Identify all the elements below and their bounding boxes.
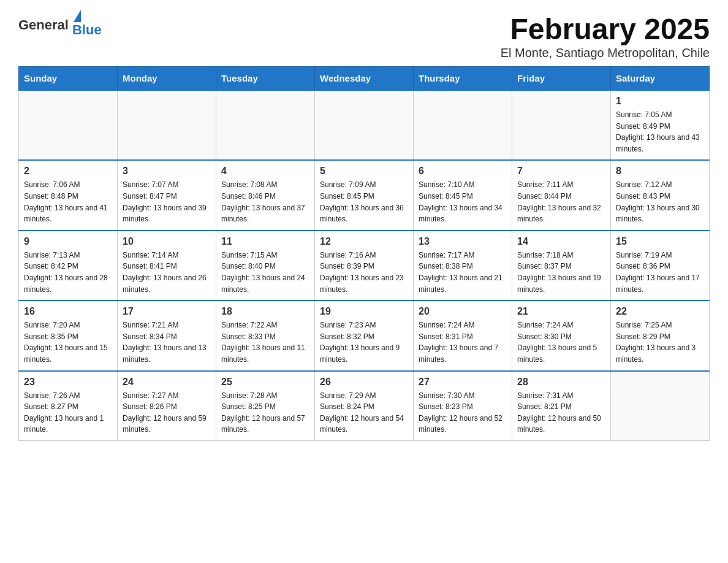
calendar-cell: 17Sunrise: 7:21 AM Sunset: 8:34 PM Dayli… xyxy=(118,301,216,370)
calendar-cell: 15Sunrise: 7:19 AM Sunset: 8:36 PM Dayli… xyxy=(611,231,710,301)
calendar-cell xyxy=(118,90,216,160)
day-number: 22 xyxy=(616,306,704,317)
calendar-week-1: 1Sunrise: 7:05 AM Sunset: 8:49 PM Daylig… xyxy=(19,90,710,160)
calendar-cell: 24Sunrise: 7:27 AM Sunset: 8:26 PM Dayli… xyxy=(118,371,216,441)
calendar-header-row: SundayMondayTuesdayWednesdayThursdayFrid… xyxy=(19,67,710,91)
day-info: Sunrise: 7:13 AM Sunset: 8:42 PM Dayligh… xyxy=(24,250,112,295)
logo-text-blue: Blue xyxy=(72,22,102,38)
calendar-cell: 20Sunrise: 7:24 AM Sunset: 8:31 PM Dayli… xyxy=(414,301,512,370)
day-info: Sunrise: 7:28 AM Sunset: 8:25 PM Dayligh… xyxy=(221,390,309,435)
day-number: 26 xyxy=(320,377,408,388)
day-info: Sunrise: 7:29 AM Sunset: 8:24 PM Dayligh… xyxy=(320,390,408,435)
day-info: Sunrise: 7:05 AM Sunset: 8:49 PM Dayligh… xyxy=(616,109,704,155)
day-number: 20 xyxy=(419,306,507,317)
day-info: Sunrise: 7:24 AM Sunset: 8:30 PM Dayligh… xyxy=(517,320,605,365)
calendar-cell: 6Sunrise: 7:10 AM Sunset: 8:45 PM Daylig… xyxy=(414,160,512,230)
calendar-cell xyxy=(512,90,611,160)
day-number: 7 xyxy=(517,166,605,177)
day-number: 10 xyxy=(123,236,211,247)
day-info: Sunrise: 7:07 AM Sunset: 8:47 PM Dayligh… xyxy=(123,179,211,224)
day-number: 13 xyxy=(419,236,507,247)
day-number: 27 xyxy=(419,377,507,388)
day-info: Sunrise: 7:09 AM Sunset: 8:45 PM Dayligh… xyxy=(320,179,408,224)
day-info: Sunrise: 7:20 AM Sunset: 8:35 PM Dayligh… xyxy=(24,320,112,365)
day-info: Sunrise: 7:26 AM Sunset: 8:27 PM Dayligh… xyxy=(24,390,112,435)
day-info: Sunrise: 7:10 AM Sunset: 8:45 PM Dayligh… xyxy=(419,179,507,224)
day-number: 2 xyxy=(24,166,112,177)
calendar-cell: 23Sunrise: 7:26 AM Sunset: 8:27 PM Dayli… xyxy=(19,371,118,441)
day-number: 4 xyxy=(221,166,309,177)
day-number: 14 xyxy=(517,236,605,247)
calendar-week-4: 16Sunrise: 7:20 AM Sunset: 8:35 PM Dayli… xyxy=(19,301,710,370)
day-number: 3 xyxy=(123,166,211,177)
day-info: Sunrise: 7:25 AM Sunset: 8:29 PM Dayligh… xyxy=(616,320,704,365)
logo-text-general: General xyxy=(18,17,69,33)
calendar-cell: 18Sunrise: 7:22 AM Sunset: 8:33 PM Dayli… xyxy=(216,301,315,370)
day-info: Sunrise: 7:06 AM Sunset: 8:48 PM Dayligh… xyxy=(24,179,112,224)
calendar-cell: 11Sunrise: 7:15 AM Sunset: 8:40 PM Dayli… xyxy=(216,231,315,301)
calendar-cell: 14Sunrise: 7:18 AM Sunset: 8:37 PM Dayli… xyxy=(512,231,611,301)
calendar-cell: 13Sunrise: 7:17 AM Sunset: 8:38 PM Dayli… xyxy=(414,231,512,301)
day-number: 23 xyxy=(24,377,112,388)
calendar-cell: 5Sunrise: 7:09 AM Sunset: 8:45 PM Daylig… xyxy=(315,160,414,230)
calendar-table: SundayMondayTuesdayWednesdayThursdayFrid… xyxy=(18,66,710,441)
day-info: Sunrise: 7:24 AM Sunset: 8:31 PM Dayligh… xyxy=(419,320,507,365)
calendar-cell: 21Sunrise: 7:24 AM Sunset: 8:30 PM Dayli… xyxy=(512,301,611,370)
day-number: 28 xyxy=(517,377,605,388)
calendar-cell xyxy=(19,90,118,160)
calendar-cell xyxy=(315,90,414,160)
col-header-saturday: Saturday xyxy=(611,67,710,91)
calendar-week-2: 2Sunrise: 7:06 AM Sunset: 8:48 PM Daylig… xyxy=(19,160,710,230)
calendar-cell: 22Sunrise: 7:25 AM Sunset: 8:29 PM Dayli… xyxy=(611,301,710,370)
page-header: General Blue February 2025 El Monte, San… xyxy=(18,12,710,60)
day-info: Sunrise: 7:27 AM Sunset: 8:26 PM Dayligh… xyxy=(123,390,211,435)
day-info: Sunrise: 7:21 AM Sunset: 8:34 PM Dayligh… xyxy=(123,320,211,365)
day-number: 9 xyxy=(24,236,112,247)
calendar-cell: 2Sunrise: 7:06 AM Sunset: 8:48 PM Daylig… xyxy=(19,160,118,230)
day-number: 17 xyxy=(123,306,211,317)
logo: General Blue xyxy=(18,12,102,38)
col-header-sunday: Sunday xyxy=(19,67,118,91)
day-number: 24 xyxy=(123,377,211,388)
day-number: 11 xyxy=(221,236,309,247)
day-info: Sunrise: 7:12 AM Sunset: 8:43 PM Dayligh… xyxy=(616,179,704,224)
day-number: 5 xyxy=(320,166,408,177)
page-title: February 2025 xyxy=(501,12,710,46)
day-info: Sunrise: 7:17 AM Sunset: 8:38 PM Dayligh… xyxy=(419,250,507,295)
day-info: Sunrise: 7:31 AM Sunset: 8:21 PM Dayligh… xyxy=(517,390,605,435)
calendar-week-3: 9Sunrise: 7:13 AM Sunset: 8:42 PM Daylig… xyxy=(19,231,710,301)
calendar-cell xyxy=(414,90,512,160)
calendar-cell: 26Sunrise: 7:29 AM Sunset: 8:24 PM Dayli… xyxy=(315,371,414,441)
day-info: Sunrise: 7:14 AM Sunset: 8:41 PM Dayligh… xyxy=(123,250,211,295)
day-number: 6 xyxy=(419,166,507,177)
day-number: 8 xyxy=(616,166,704,177)
calendar-cell: 27Sunrise: 7:30 AM Sunset: 8:23 PM Dayli… xyxy=(414,371,512,441)
day-number: 16 xyxy=(24,306,112,317)
calendar-week-5: 23Sunrise: 7:26 AM Sunset: 8:27 PM Dayli… xyxy=(19,371,710,441)
day-number: 21 xyxy=(517,306,605,317)
day-info: Sunrise: 7:30 AM Sunset: 8:23 PM Dayligh… xyxy=(419,390,507,435)
col-header-monday: Monday xyxy=(118,67,216,91)
day-info: Sunrise: 7:11 AM Sunset: 8:44 PM Dayligh… xyxy=(517,179,605,224)
day-number: 25 xyxy=(221,377,309,388)
calendar-cell: 3Sunrise: 7:07 AM Sunset: 8:47 PM Daylig… xyxy=(118,160,216,230)
calendar-cell: 9Sunrise: 7:13 AM Sunset: 8:42 PM Daylig… xyxy=(19,231,118,301)
calendar-cell: 25Sunrise: 7:28 AM Sunset: 8:25 PM Dayli… xyxy=(216,371,315,441)
title-block: February 2025 El Monte, Santiago Metropo… xyxy=(501,12,710,60)
calendar-cell: 19Sunrise: 7:23 AM Sunset: 8:32 PM Dayli… xyxy=(315,301,414,370)
calendar-cell: 7Sunrise: 7:11 AM Sunset: 8:44 PM Daylig… xyxy=(512,160,611,230)
calendar-cell: 28Sunrise: 7:31 AM Sunset: 8:21 PM Dayli… xyxy=(512,371,611,441)
logo-triangle-icon xyxy=(74,10,81,22)
col-header-friday: Friday xyxy=(512,67,611,91)
calendar-cell xyxy=(216,90,315,160)
col-header-tuesday: Tuesday xyxy=(216,67,315,91)
day-info: Sunrise: 7:16 AM Sunset: 8:39 PM Dayligh… xyxy=(320,250,408,295)
col-header-thursday: Thursday xyxy=(414,67,512,91)
calendar-cell: 16Sunrise: 7:20 AM Sunset: 8:35 PM Dayli… xyxy=(19,301,118,370)
day-info: Sunrise: 7:19 AM Sunset: 8:36 PM Dayligh… xyxy=(616,250,704,295)
day-info: Sunrise: 7:08 AM Sunset: 8:46 PM Dayligh… xyxy=(221,179,309,224)
col-header-wednesday: Wednesday xyxy=(315,67,414,91)
page-subtitle: El Monte, Santiago Metropolitan, Chile xyxy=(501,46,710,60)
calendar-cell: 12Sunrise: 7:16 AM Sunset: 8:39 PM Dayli… xyxy=(315,231,414,301)
day-number: 19 xyxy=(320,306,408,317)
